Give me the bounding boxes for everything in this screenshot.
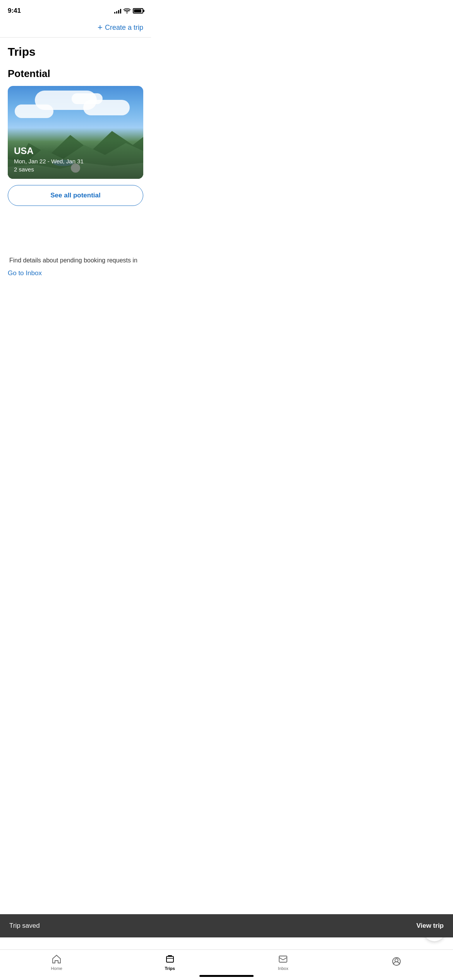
card-info: USA Mon, Jan 22 - Wed, Jan 31 2 saves [8, 139, 143, 179]
signal-icon [114, 8, 121, 14]
header: + Create a trip [0, 19, 151, 38]
create-trip-label: Create a trip [105, 24, 143, 32]
see-all-potential-button[interactable]: See all potential [8, 185, 143, 206]
create-trip-button[interactable]: + Create a trip [98, 22, 143, 33]
carousel-indicator [71, 163, 80, 173]
status-time: 9:41 [8, 7, 21, 15]
status-bar: 9:41 [0, 0, 151, 19]
section-potential-title: Potential [8, 68, 143, 80]
card-destination: USA [14, 146, 137, 156]
wifi-icon [124, 8, 130, 14]
status-icons [114, 8, 143, 14]
trip-card[interactable]: USA Mon, Jan 22 - Wed, Jan 31 2 saves [8, 86, 143, 179]
cloud-decoration [72, 93, 103, 104]
page-title: Trips [8, 45, 143, 58]
battery-icon [133, 8, 143, 14]
go-to-inbox-link[interactable]: Go to Inbox [8, 269, 42, 277]
cloud-decoration [15, 105, 53, 118]
plus-icon: + [98, 22, 103, 33]
pending-booking-text: Find details about pending booking reque… [8, 257, 143, 264]
go-to-inbox-container: Go to Inbox [0, 265, 151, 282]
page-content: Trips Potential USA M [0, 38, 151, 264]
